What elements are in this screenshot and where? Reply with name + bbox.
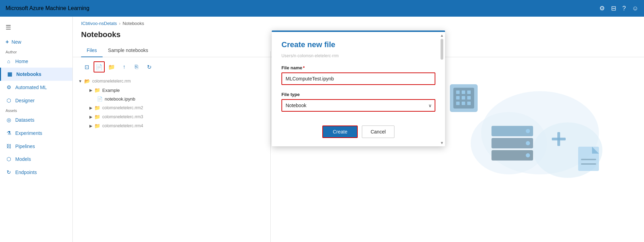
plus-icon: +: [6, 39, 9, 45]
endpoints-icon: ↻: [6, 169, 12, 175]
modal-title: Create new file: [281, 40, 435, 49]
topbar: Microsoft Azure Machine Learning ⚙ ⊟ ? ☺: [0, 0, 644, 17]
feedback-icon[interactable]: ⊟: [611, 5, 616, 12]
author-section-label: Author: [0, 47, 22, 55]
modal-backdrop: ▲ ▼ Create new file Users/n·colomsn·elet…: [73, 17, 644, 242]
sidebar-item-notebooks[interactable]: ▦ Notebooks: [0, 68, 72, 81]
scroll-thumb: [441, 39, 443, 60]
sidebar-item-pipelines[interactable]: ⛓ Pipelines: [0, 140, 72, 153]
sidebar-item-endpoints[interactable]: ↻ Endpoints: [0, 166, 72, 179]
sidebar-item-home[interactable]: ⌂ Home: [0, 55, 72, 68]
models-icon: ⬡: [6, 156, 12, 162]
modal-body: File name* File type Notebook Python R T…: [272, 62, 445, 119]
new-button[interactable]: + New: [0, 35, 72, 49]
file-name-input[interactable]: [281, 72, 435, 85]
main-content: ICbtivoo-nsDetats › Notebooks Notebooks …: [73, 17, 644, 242]
file-type-label: File type: [281, 92, 435, 97]
file-type-select[interactable]: Notebook Python R Text: [281, 99, 435, 112]
sidebar-item-experiments[interactable]: ⚗ Experiments: [0, 127, 72, 140]
create-file-modal: ▲ ▼ Create new file Users/n·colomsn·elet…: [272, 31, 445, 146]
create-button[interactable]: Create: [322, 126, 358, 138]
sidebar-item-models[interactable]: ⬡ Models: [0, 153, 72, 166]
designer-icon: ⬡: [6, 97, 12, 104]
help-icon[interactable]: ?: [623, 5, 626, 12]
automated-ml-icon: ⚙: [6, 84, 12, 90]
sidebar-item-designer[interactable]: ⬡ Designer: [0, 94, 72, 107]
modal-footer: Create Cancel: [272, 119, 445, 146]
topbar-title: Microsoft Azure Machine Learning: [6, 5, 89, 11]
sidebar-item-datasets[interactable]: ◎ Datasets: [0, 113, 72, 127]
modal-path: Users/n·colomsn·eletelerc·rrm: [272, 52, 445, 62]
account-icon[interactable]: ☺: [632, 5, 638, 12]
notebooks-icon: ▦: [7, 71, 13, 77]
modal-header: Create new file: [272, 32, 445, 52]
experiments-icon: ⚗: [6, 130, 12, 136]
file-type-select-wrapper: Notebook Python R Text ∨: [281, 99, 435, 112]
sidebar: ☰ + New Author ⌂ Home ▦ Notebooks ⚙ Auto…: [0, 17, 73, 242]
home-icon: ⌂: [6, 58, 12, 64]
hamburger-button[interactable]: ☰: [0, 21, 72, 34]
file-name-label: File name*: [281, 65, 435, 70]
settings-icon[interactable]: ⚙: [599, 5, 605, 12]
cancel-button[interactable]: Cancel: [362, 126, 394, 138]
pipelines-icon: ⛓: [6, 143, 12, 149]
sidebar-item-automated-ml[interactable]: ⚙ Automated ML: [0, 81, 72, 94]
datasets-icon: ◎: [6, 117, 12, 123]
assets-section-label: Assets: [0, 106, 23, 114]
required-marker: *: [303, 65, 305, 70]
modal-scrollbar[interactable]: ▲ ▼: [440, 32, 444, 146]
